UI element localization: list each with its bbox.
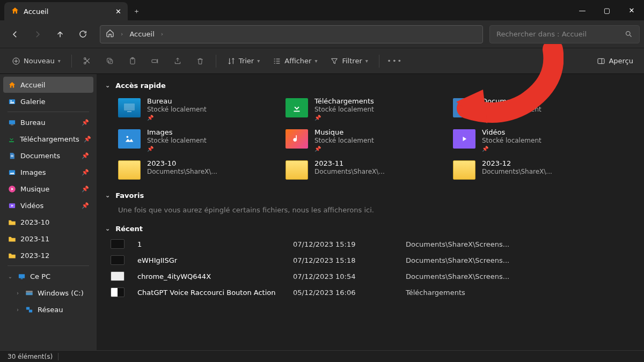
breadcrumb-item[interactable]: Accueil xyxy=(129,30,154,38)
sort-button[interactable]: Trier ▾ xyxy=(222,52,265,70)
pin-icon: 📌 xyxy=(82,202,89,209)
refresh-button[interactable] xyxy=(72,25,93,44)
thumbnail-icon xyxy=(111,239,125,249)
sidebar-item-t-l-chargements[interactable]: Téléchargements📌 xyxy=(3,131,93,147)
preview-button[interactable]: Aperçu xyxy=(592,57,638,65)
folder-icon xyxy=(8,218,16,226)
share-button[interactable] xyxy=(167,52,188,70)
maximize-button[interactable]: ▢ xyxy=(595,0,619,20)
svg-rect-9 xyxy=(598,58,604,63)
minimize-button[interactable]: — xyxy=(570,0,595,20)
recent-item[interactable]: eWHIgIISGr07/12/2023 15:18Documents\Shar… xyxy=(97,252,644,268)
filter-button[interactable]: Filtrer ▾ xyxy=(325,52,373,70)
svg-rect-14 xyxy=(9,141,14,142)
svg-rect-23 xyxy=(26,291,33,292)
section-recent[interactable]: ⌄ Récent xyxy=(97,221,644,236)
rename-button[interactable] xyxy=(145,52,165,70)
item-name: Documents xyxy=(482,97,541,105)
more-button[interactable]: ••• xyxy=(385,52,405,70)
quick-access-item[interactable]: BureauStocké localement📌 xyxy=(118,96,279,122)
sidebar-item-home[interactable]: Accueil xyxy=(3,77,93,93)
view-button[interactable]: Afficher ▾ xyxy=(267,52,323,70)
sidebar-item-network[interactable]: › Réseau xyxy=(3,301,93,317)
item-sub: Documents\ShareX\... xyxy=(314,168,385,175)
item-path: Téléchargements xyxy=(406,289,640,297)
svg-rect-5 xyxy=(107,58,111,62)
sidebar-item-images[interactable]: Images📌 xyxy=(3,164,93,180)
svg-rect-31 xyxy=(462,109,465,110)
sidebar-item-pc[interactable]: ⌄ Ce PC xyxy=(3,268,93,284)
quick-access-item[interactable]: 2023-12Documents\ShareX\... xyxy=(453,158,614,181)
quick-access-item[interactable]: TéléchargementsStocké localement📌 xyxy=(286,96,447,122)
favorites-empty-hint: Une fois que vous aurez épinglé certains… xyxy=(97,203,644,221)
paste-button[interactable] xyxy=(122,52,143,70)
cut-button[interactable] xyxy=(77,52,98,70)
sidebar-item-2023-12[interactable]: 2023-12 xyxy=(3,247,93,263)
back-button[interactable] xyxy=(4,25,26,44)
svg-rect-26 xyxy=(124,104,135,110)
tab-home[interactable]: Accueil ✕ xyxy=(4,2,128,20)
quick-access-item[interactable]: MusiqueStocké localement📌 xyxy=(286,127,447,153)
item-sub: Stocké localement xyxy=(314,106,374,113)
new-tab-button[interactable]: ＋ xyxy=(128,2,145,20)
sidebar-item-bureau[interactable]: Bureau📌 xyxy=(3,114,93,130)
gallery-icon xyxy=(8,97,16,106)
quick-access-item[interactable]: 2023-10Documents\ShareX\... xyxy=(118,158,279,181)
item-name: 2023-12 xyxy=(482,159,552,167)
download-icon xyxy=(8,135,16,143)
item-name: Téléchargements xyxy=(314,97,374,105)
tab-close-button[interactable]: ✕ xyxy=(113,5,123,18)
item-sub: Documents\ShareX\... xyxy=(147,168,217,175)
pc-icon xyxy=(17,272,26,280)
quick-access-item[interactable]: 2023-11Documents\ShareX\... xyxy=(286,158,447,181)
svg-rect-21 xyxy=(20,278,23,279)
sidebar-item-gallery[interactable]: Galerie xyxy=(3,93,93,109)
item-date: 07/12/2023 15:19 xyxy=(293,240,400,248)
home-icon xyxy=(106,29,114,39)
item-name: eWHIgIISGr xyxy=(137,256,288,264)
forward-button[interactable] xyxy=(27,25,48,44)
close-button[interactable]: ✕ xyxy=(619,0,644,20)
toolbar: Nouveau ▾ Trier ▾ Afficher ▾ Filtrer ▾ •… xyxy=(0,48,644,74)
item-path: Documents\ShareX\Screens... xyxy=(406,256,640,264)
item-name: Images xyxy=(147,128,207,136)
sidebar-item-2023-11[interactable]: 2023-11 xyxy=(3,231,93,247)
quick-access-item[interactable]: VidéosStocké localement📌 xyxy=(453,127,614,153)
new-button[interactable]: Nouveau ▾ xyxy=(6,52,66,70)
sort-icon xyxy=(227,57,236,65)
delete-button[interactable] xyxy=(190,52,210,70)
status-bar: 30 élément(s) xyxy=(0,350,644,362)
item-path: Documents\ShareX\Screens... xyxy=(406,240,640,248)
sidebar-item-documents[interactable]: Documents📌 xyxy=(3,147,93,164)
recent-item[interactable]: ChatGPT Voice Raccourci Bouton Action05/… xyxy=(97,284,644,300)
sidebar-item-musique[interactable]: Musique📌 xyxy=(3,181,93,197)
quick-access-item[interactable]: DocumentsStocké localement📌 xyxy=(453,96,614,122)
item-count: 30 élément(s) xyxy=(8,353,53,360)
plus-circle-icon xyxy=(12,57,20,65)
svg-rect-27 xyxy=(127,111,131,112)
sidebar-item-drive-c[interactable]: › Windows (C:) xyxy=(3,285,93,301)
section-favorites[interactable]: ⌄ Favoris xyxy=(97,188,644,203)
svg-point-0 xyxy=(626,32,631,36)
nav-bar: › Accueil › Rechercher dans : Accueil xyxy=(0,20,644,48)
svg-rect-25 xyxy=(28,309,32,312)
chevron-down-icon: ⌄ xyxy=(105,82,110,89)
quick-access-item[interactable]: ImagesStocké localement📌 xyxy=(118,127,279,153)
section-quick-access[interactable]: ⌄ Accès rapide xyxy=(97,78,644,93)
item-path: Documents\ShareX\Screens... xyxy=(406,272,640,280)
sidebar-item-vid-os[interactable]: Vidéos📌 xyxy=(3,197,93,213)
address-bar[interactable]: › Accueil › xyxy=(100,25,483,43)
pin-icon: 📌 xyxy=(314,115,374,121)
network-icon xyxy=(25,305,33,314)
copy-button[interactable] xyxy=(100,52,120,70)
folder-icon xyxy=(8,251,16,260)
item-sub: Documents\ShareX\... xyxy=(482,168,552,175)
sidebar-item-2023-10[interactable]: 2023-10 xyxy=(3,214,93,230)
pin-icon: 📌 xyxy=(314,146,374,152)
recent-item[interactable]: 107/12/2023 15:19Documents\ShareX\Screen… xyxy=(97,236,644,252)
document-icon xyxy=(8,151,16,160)
recent-item[interactable]: chrome_4ityWQ644X07/12/2023 10:54Documen… xyxy=(97,268,644,284)
search-input[interactable]: Rechercher dans : Accueil xyxy=(489,25,640,43)
item-date: 07/12/2023 10:54 xyxy=(293,272,400,280)
up-button[interactable] xyxy=(49,25,71,44)
